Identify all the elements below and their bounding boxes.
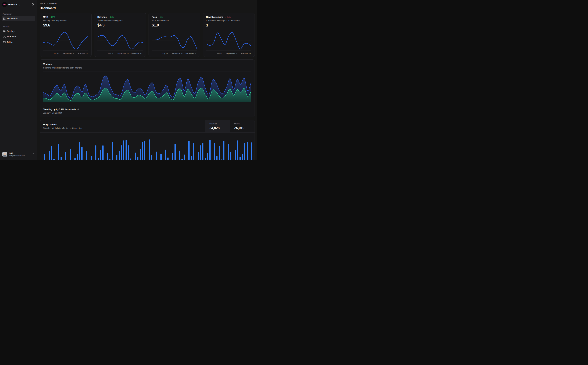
user-meta: test test@makerkit.dev <box>9 152 24 157</box>
page-views-subtitle: Showing total visitors for the last 3 mo… <box>43 127 202 129</box>
breadcrumb: Home Makerkit <box>40 2 255 5</box>
trend-badge: ↑20% <box>50 16 55 18</box>
toggle-mobile[interactable]: Mobile 25,010 <box>230 120 255 132</box>
page-views-bar <box>77 154 78 160</box>
sidebar-item-label: Dashboard <box>7 17 18 20</box>
page-views-bar <box>61 157 62 160</box>
sparkline-chart: July 24 September 24 December 24 <box>152 30 197 55</box>
page-views-bar <box>193 143 194 160</box>
page-views-bar <box>235 150 236 160</box>
layout-dashboard-icon <box>3 17 6 20</box>
workspace-selector[interactable]: m Makerkit <box>2 2 21 7</box>
page-views-bar <box>79 142 80 160</box>
page-views-bar <box>174 144 176 160</box>
trend-value: -25% <box>226 16 231 18</box>
axis-tick-label: September 24 <box>226 52 237 54</box>
page-views-bar <box>214 143 215 160</box>
page-views-bar <box>49 151 50 160</box>
trend-down-arrow-icon: ↓ <box>225 16 226 18</box>
page-views-bar <box>142 142 143 160</box>
page-views-bar <box>137 157 138 160</box>
page-views-bar <box>51 146 52 160</box>
breadcrumb-home-link[interactable]: Home <box>40 2 45 5</box>
axis-tick-label: July 24 <box>53 52 59 54</box>
axis-tick-label: December 24 <box>77 52 88 54</box>
visitors-footer: Trending up by 5.2% this month January -… <box>43 108 251 114</box>
app-root: m Makerkit Application Dashboard Setting… <box>0 0 257 160</box>
axis-tick-label: September 24 <box>63 52 74 54</box>
stat-description: Monthly recurring revenue <box>43 20 88 22</box>
user-menu[interactable]: test test@makerkit.dev <box>2 151 35 158</box>
page-views-bar <box>228 144 229 160</box>
page-views-bar <box>237 140 238 160</box>
toggle-label: Mobile <box>234 123 250 125</box>
trend-value: 20% <box>51 16 55 18</box>
stat-description: Customers who signed up this month <box>206 20 251 22</box>
page-views-card: Page Views Showing total visitors for th… <box>40 120 255 160</box>
page-views-bar <box>165 150 166 160</box>
stat-title: New Customers <box>206 16 223 18</box>
page-views-bar <box>219 146 220 160</box>
visitors-footer-title: Trending up by 5.2% this month <box>43 108 76 111</box>
page-views-bar <box>112 142 113 160</box>
sidebar-item-members[interactable]: Members <box>2 34 35 39</box>
bell-icon <box>31 3 34 6</box>
stat-card-new-customers: New Customers ↓-25% Customers who signed… <box>203 13 255 57</box>
page-views-bar <box>140 149 141 160</box>
page-views-bar <box>209 140 211 160</box>
visitors-title: Visitors <box>43 63 251 65</box>
page-views-bar <box>116 155 118 160</box>
page-views-bar <box>179 151 180 160</box>
page-views-bar <box>135 153 136 160</box>
page-views-bar <box>123 140 125 160</box>
page-views-bar <box>160 154 162 160</box>
page-views-bar <box>44 154 45 160</box>
sidebar-item-settings[interactable]: Settings <box>2 29 35 34</box>
section-label-settings: Settings <box>3 26 34 28</box>
notifications-button[interactable] <box>31 2 35 7</box>
page-views-bar-chart <box>40 133 255 160</box>
sidebar-item-dashboard[interactable]: Dashboard <box>2 16 35 21</box>
axis-tick-label: July 24 <box>108 52 113 54</box>
axis-tick-label: July 24 <box>216 52 222 54</box>
page-views-bar <box>200 145 201 160</box>
page-views-bar <box>109 159 111 160</box>
page-views-bar <box>58 144 59 160</box>
page-title: Dashboard <box>40 6 255 10</box>
users-icon <box>3 35 6 38</box>
page-views-bar <box>81 147 83 160</box>
page-views-bar <box>128 145 129 160</box>
page-views-bar <box>151 155 152 160</box>
sparkline-chart: July 24 September 24 December 24 <box>206 30 251 55</box>
page-views-bar <box>205 158 206 160</box>
page-views-bar <box>91 156 92 160</box>
stat-card-fees: Fees ↑9% Total fees collected $1.0 July … <box>149 13 201 57</box>
trend-badge: ↑12% <box>108 16 114 18</box>
page-views-bar <box>230 152 231 160</box>
stat-title: Revenue <box>97 16 107 18</box>
page-views-bar <box>223 141 224 160</box>
trend-value: 12% <box>110 16 114 18</box>
page-views-bar <box>216 156 217 160</box>
avatar <box>2 152 7 157</box>
page-views-bar <box>65 152 66 160</box>
page-views-bar <box>156 152 157 160</box>
page-views-bar <box>53 159 55 160</box>
credit-card-icon <box>3 41 6 43</box>
stat-value: $9.6 <box>43 23 88 28</box>
section-label-application: Application <box>3 13 34 15</box>
sparkline-chart: July 24 September 24 December 24 <box>97 30 143 55</box>
axis-tick-label: December 24 <box>240 52 251 54</box>
trend-badge: ↓-25% <box>225 16 231 18</box>
page-views-bar <box>188 141 190 160</box>
gear-icon <box>3 30 6 32</box>
chevrons-up-down-icon <box>32 153 35 155</box>
sidebar-item-label: Members <box>7 35 16 38</box>
page-views-bar <box>121 145 122 160</box>
page-views-bar <box>74 158 76 160</box>
page-views-bar <box>98 158 99 160</box>
page-views-bar <box>242 154 243 160</box>
toggle-desktop[interactable]: Desktop 24,828 <box>205 120 230 132</box>
sidebar-item-billing[interactable]: Billing <box>2 40 35 44</box>
page-views-bar <box>221 160 222 160</box>
